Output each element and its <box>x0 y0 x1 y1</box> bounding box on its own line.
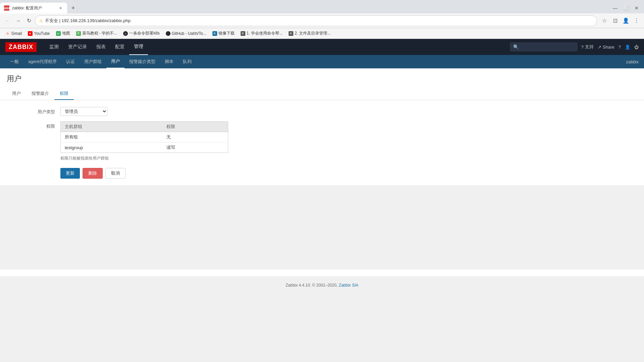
logout-link[interactable]: ⏻ <box>634 45 639 50</box>
new-tab-button[interactable]: + <box>68 3 78 13</box>
page-header: 用户 用户 报警媒介 权限 <box>0 68 644 100</box>
zabbix-app: ZABBIX 监测 资产记录 报表 配置 管理 🔍 ? 支持 ↗ Share ? <box>0 39 644 294</box>
permissions-header-row: 主机群组 权限 <box>61 122 228 132</box>
address-text: 不安全 | 192.168.226.139/zabbix/zabbix.php <box>45 18 593 24</box>
security-icon: ⚠ <box>39 18 43 23</box>
nav-config[interactable]: 配置 <box>110 39 129 55</box>
back-button[interactable]: ← <box>3 16 12 25</box>
svg-text:⊙: ⊙ <box>125 33 127 35</box>
tab-user[interactable]: 用户 <box>7 88 26 100</box>
user-type-row: 用户类型 Zabbix用户管理员超级管理员 <box>7 107 637 116</box>
table-row: 所有组 无 <box>61 132 228 142</box>
support-icon: ? <box>581 45 584 50</box>
page-tabs: 用户 报警媒介 权限 <box>7 88 637 100</box>
sub-nav-agent[interactable]: agent代理程序 <box>23 55 61 68</box>
bookmark-cmd2[interactable]: ⊞ 2. 文件及目录管理... <box>286 29 333 38</box>
cmd2-favicon: ⊞ <box>289 31 293 36</box>
bookmark-github1-label: 一条命令部署k8s <box>129 31 160 36</box>
bookmark-cainiao-label: 菜鸟教程 - 学的不... <box>82 31 117 36</box>
nav-reports[interactable]: 报表 <box>92 39 110 55</box>
user-type-select[interactable]: Zabbix用户管理员超级管理员 <box>60 107 107 116</box>
bookmark-github2[interactable]: GitHub - Uahh/To... <box>163 30 209 37</box>
zabbix-logo: ZABBIX <box>5 42 37 52</box>
bookmark-maps[interactable]: M 地图 <box>53 29 73 38</box>
user-icon[interactable]: 👤 <box>625 45 630 50</box>
page-content: 用户 用户 报警媒介 权限 用户类型 Zabbix用户管理员超级管理员 权限 <box>0 68 644 269</box>
share-link[interactable]: ↗ Share <box>598 45 614 50</box>
search-input[interactable] <box>521 45 568 50</box>
tab-close-button[interactable]: ✕ <box>58 5 63 11</box>
col-permission: 权限 <box>162 122 228 132</box>
gmail-favicon: G <box>5 31 10 36</box>
search-icon: 🔍 <box>513 44 519 50</box>
zabbix-header: ZABBIX 监测 资产记录 报表 配置 管理 🔍 ? 支持 ↗ Share ? <box>0 39 644 55</box>
footer-link[interactable]: Zabbix SIA <box>339 283 358 288</box>
svg-point-3 <box>167 32 169 35</box>
profile-icon: 👤 <box>625 45 630 50</box>
action-buttons: 更新 删除 取消 <box>60 168 637 179</box>
permission-cell: 读写 <box>162 142 228 153</box>
cainiao-favicon: 菜 <box>76 31 81 36</box>
zabbix-main-nav: 监测 资产记录 报表 配置 管理 <box>45 39 148 55</box>
update-button[interactable]: 更新 <box>60 168 80 179</box>
user-profile-button[interactable]: 👤 <box>621 16 631 25</box>
bookmark-youtube[interactable]: YouTube <box>25 30 52 37</box>
active-tab[interactable]: ZABBIX zabbix: 配置用户 ✕ <box>0 3 67 13</box>
bookmark-cmd1-label: 1. 学会使用命令帮... <box>247 31 283 36</box>
tab-search-button[interactable]: ⊡ <box>610 16 620 25</box>
sub-nav-auth[interactable]: 认证 <box>61 55 80 68</box>
nav-bar-right: ☆ ⊡ 👤 ⋮ <box>600 16 641 25</box>
bookmark-youtube-label: YouTube <box>34 31 50 36</box>
support-link[interactable]: ? 支持 <box>581 44 594 50</box>
permissions-control: 主机群组 权限 所有组 无 testgroup 读写 <box>60 121 637 161</box>
bookmark-maps-label: 地图 <box>62 31 70 36</box>
nav-assets[interactable]: 资产记录 <box>63 39 92 55</box>
permissions-note: 权限只能被指派给用户群组 <box>60 156 637 161</box>
bookmark-github1[interactable]: ⊙ 一条命令部署k8s <box>120 29 162 38</box>
bookmark-gmail[interactable]: G Gmail <box>3 30 24 37</box>
zabbix-sub-nav: 一般 agent代理程序 认证 用户群组 用户 报警媒介类型 脚本 队列 zab… <box>0 55 644 68</box>
sub-nav-queue[interactable]: 队列 <box>178 55 196 68</box>
maximize-button[interactable]: ⬜ <box>621 3 631 13</box>
bookmark-cainiao[interactable]: 菜 菜鸟教程 - 学的不... <box>73 29 120 38</box>
form-area: 用户类型 Zabbix用户管理员超级管理员 权限 主机群组 权限 <box>0 100 644 185</box>
minimize-button[interactable]: — <box>610 3 620 13</box>
table-row: testgroup 读写 <box>61 142 228 153</box>
sub-nav-mediatype[interactable]: 报警媒介类型 <box>125 55 160 68</box>
svg-marker-0 <box>30 33 31 35</box>
nav-admin[interactable]: 管理 <box>129 39 148 55</box>
logout-icon: ⏻ <box>634 45 639 50</box>
header-search[interactable]: 🔍 <box>510 43 577 51</box>
nav-monitor[interactable]: 监测 <box>45 39 63 55</box>
delete-button[interactable]: 删除 <box>83 168 103 179</box>
tab-media[interactable]: 报警媒介 <box>26 88 54 100</box>
tab-bar: ZABBIX zabbix: 配置用户 ✕ + — ⬜ ✕ <box>0 0 644 13</box>
github1-favicon: ⊙ <box>123 31 128 36</box>
group-name-cell: 所有组 <box>61 132 163 142</box>
bookmark-mirror[interactable]: ⊞ 镜像下载 <box>210 29 237 38</box>
help-link[interactable]: ? <box>618 45 621 50</box>
footer-text: Zabbix 4.4.10. © 2001–2020, <box>286 283 338 288</box>
bookmark-cmd1[interactable]: ⊞ 1. 学会使用命令帮... <box>238 29 285 38</box>
sub-nav-scripts[interactable]: 脚本 <box>160 55 178 68</box>
refresh-button[interactable]: ↻ <box>24 16 34 25</box>
address-bar[interactable]: ⚠ 不安全 | 192.168.226.139/zabbix/zabbix.ph… <box>35 15 597 26</box>
menu-button[interactable]: ⋮ <box>632 16 641 25</box>
nav-bar: ← → ↻ ⚠ 不安全 | 192.168.226.139/zabbix/zab… <box>0 13 644 28</box>
cancel-button[interactable]: 取消 <box>105 168 126 179</box>
cmd1-favicon: ⊞ <box>241 31 245 36</box>
forward-button[interactable]: → <box>13 16 23 25</box>
user-type-control: Zabbix用户管理员超级管理员 <box>60 107 637 116</box>
sub-nav-general[interactable]: 一般 <box>5 55 23 68</box>
sub-nav-users[interactable]: 用户 <box>106 55 125 68</box>
close-window-button[interactable]: ✕ <box>632 3 641 13</box>
bookmark-gmail-label: Gmail <box>11 31 22 36</box>
group-name-cell: testgroup <box>61 142 163 153</box>
zabbix-header-right: 🔍 ? 支持 ↗ Share ? 👤 ⏻ <box>510 43 639 51</box>
tab-bar-controls: — ⬜ ✕ <box>610 3 644 13</box>
sub-nav-usergroups[interactable]: 用户群组 <box>80 55 106 68</box>
tab-permissions[interactable]: 权限 <box>54 88 74 100</box>
tab-title: zabbix: 配置用户 <box>12 5 55 11</box>
bookmark-star-button[interactable]: ☆ <box>600 16 609 25</box>
permissions-table: 主机群组 权限 所有组 无 testgroup 读写 <box>60 121 228 153</box>
